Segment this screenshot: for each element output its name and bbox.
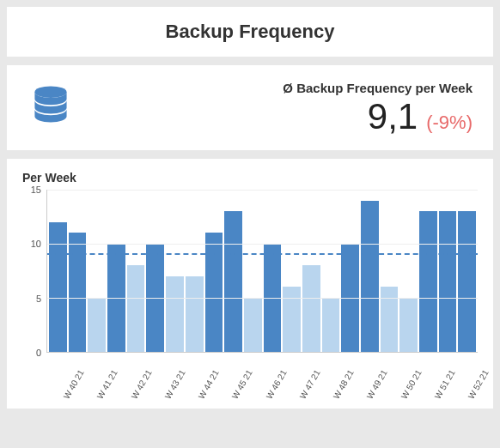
bar <box>205 233 223 352</box>
page-title: Backup Frequency <box>7 21 493 43</box>
chart-bars <box>47 190 478 352</box>
svg-point-0 <box>34 86 66 98</box>
kpi-card: Ø Backup Frequency per Week 9,1 (-9%) <box>7 65 493 150</box>
gridline <box>47 244 478 245</box>
bar <box>127 265 145 352</box>
chart-plot-area: 051015 <box>22 190 478 353</box>
kpi-delta: (-9%) <box>426 112 473 134</box>
bar <box>419 211 437 352</box>
y-tick-label: 5 <box>36 294 41 304</box>
x-axis: W 40 21W 41 21W 42 21W 43 21W 44 21W 45 … <box>46 353 478 400</box>
bar <box>186 276 204 352</box>
chart-title: Per Week <box>22 171 478 185</box>
bar <box>458 211 476 352</box>
gridline <box>47 190 478 191</box>
bar <box>399 298 418 352</box>
bar <box>244 298 262 352</box>
bar <box>302 265 320 352</box>
bar <box>381 287 399 352</box>
bar <box>322 298 340 352</box>
bar <box>224 211 242 352</box>
kpi-value-row: 9,1 (-9%) <box>283 99 473 135</box>
bar <box>439 211 457 352</box>
y-axis: 051015 <box>22 190 46 353</box>
bar <box>361 201 379 352</box>
gridline <box>47 298 478 299</box>
y-tick-label: 10 <box>31 239 41 249</box>
chart-card: Per Week 051015 W 40 21W 41 21W 42 21W 4… <box>7 159 493 409</box>
y-tick-label: 0 <box>36 348 41 358</box>
bar <box>88 298 106 352</box>
chart-plot <box>46 190 478 353</box>
bar <box>69 233 87 352</box>
database-icon <box>27 83 74 133</box>
bar <box>166 276 184 352</box>
bar <box>49 222 67 352</box>
y-tick-label: 15 <box>31 185 41 195</box>
kpi-value: 9,1 <box>368 99 418 135</box>
average-line <box>47 253 478 255</box>
title-card: Backup Frequency <box>7 7 493 57</box>
bar <box>283 287 301 352</box>
kpi-block: Ø Backup Frequency per Week 9,1 (-9%) <box>283 81 473 135</box>
kpi-label: Ø Backup Frequency per Week <box>283 81 473 95</box>
